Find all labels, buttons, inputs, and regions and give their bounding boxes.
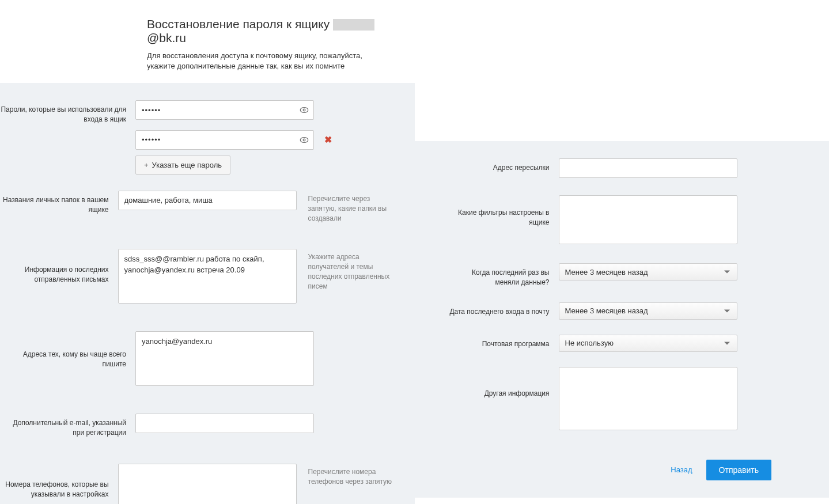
last-change-select[interactable]: Менее 3 месяцев назад [559, 263, 737, 281]
client-label: Почтовая программа [449, 335, 559, 349]
filters-textarea[interactable] [559, 195, 737, 244]
back-link[interactable]: Назад [671, 465, 692, 474]
email-redacted [333, 19, 374, 31]
svg-point-2 [300, 137, 308, 142]
svg-point-3 [303, 139, 305, 141]
forward-input-right[interactable] [559, 158, 737, 178]
other-textarea[interactable] [559, 367, 737, 430]
form-left: Пароли, которые вы использовали для вход… [0, 83, 415, 504]
frequent-textarea[interactable] [135, 331, 314, 386]
phones-hint: Перечислите номера телефонов через запят… [297, 464, 398, 487]
eye-icon[interactable] [299, 105, 309, 115]
password-2-input[interactable] [135, 130, 314, 150]
last-login-select[interactable]: Менее 3 месяцев назад [559, 302, 737, 320]
last-login-value: Менее 3 месяцев назад [565, 306, 648, 315]
last-sent-textarea[interactable] [118, 249, 297, 304]
svg-point-0 [300, 108, 308, 113]
last-sent-label: Информация о последних отправленных пись… [0, 249, 118, 285]
phones-textarea[interactable] [118, 464, 297, 504]
add-password-label: Указать еще пароль [152, 161, 222, 169]
title-prefix: Восстановление пароля к ящику [147, 17, 333, 31]
passwords-label: Пароли, которые вы использовали для вход… [0, 100, 135, 124]
page-title: Восстановление пароля к ящику @bk.ru [147, 17, 392, 45]
submit-button[interactable]: Отправить [706, 460, 771, 480]
page-subtitle: Для восстановления доступа к почтовому я… [147, 51, 392, 71]
form-header: Восстановление пароля к ящику @bk.ru Для… [0, 17, 415, 83]
last-change-label: Когда последний раз вы меняли данные? [449, 263, 559, 287]
frequent-label: Адреса тех, кому вы чаще всего пишите [0, 331, 135, 369]
last-change-value: Менее 3 месяцев назад [565, 268, 648, 276]
extra-email-label: Дополнительный e-mail, указанный при рег… [0, 414, 135, 438]
folders-input[interactable] [118, 191, 297, 210]
folders-hint: Перечислите через запятую, какие папки в… [297, 191, 398, 223]
title-suffix: @bk.ru [147, 31, 186, 44]
client-select[interactable]: Не использую [559, 335, 737, 352]
eye-icon[interactable] [299, 135, 309, 145]
filters-label: Какие фильтры настроены в ящике [449, 195, 559, 228]
form-right: Адрес пересылки Какие фильтры настроены … [415, 141, 830, 498]
svg-point-1 [303, 109, 305, 112]
phones-label: Номера телефонов, которые вы указывали в… [0, 464, 118, 499]
add-password-button[interactable]: +Указать еще пароль [135, 156, 230, 175]
plus-icon: + [144, 161, 149, 169]
forward-label-right: Адрес пересылки [449, 158, 559, 173]
client-value: Не использую [565, 339, 614, 347]
last-sent-hint: Укажите адреса получателей и темы послед… [297, 249, 398, 291]
other-label: Другая информация [449, 367, 559, 399]
folders-label: Названия личных папок в вашем ящике [0, 191, 118, 215]
password-1-input[interactable] [135, 100, 314, 120]
last-login-label: Дата последнего входа в почту [449, 302, 559, 317]
remove-password-icon[interactable]: ✖ [314, 134, 332, 145]
form-actions: Назад Отправить [415, 449, 807, 480]
extra-email-input[interactable] [135, 414, 314, 433]
